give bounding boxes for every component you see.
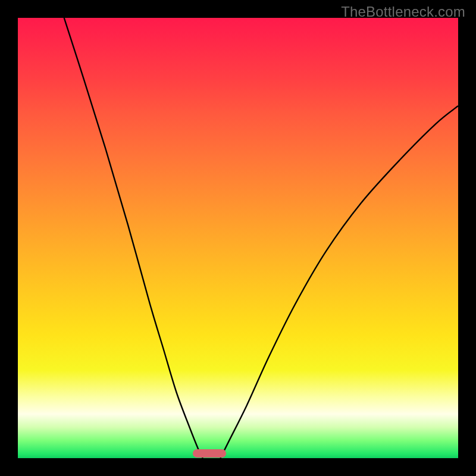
chart-frame: TheBottleneck.com [0,0,476,476]
bottleneck-curve [18,18,458,458]
plot-area [18,18,458,458]
curve-right-branch [220,106,458,458]
curve-left-branch [64,18,203,458]
bottleneck-marker [193,449,226,458]
watermark-text: TheBottleneck.com [341,4,465,20]
